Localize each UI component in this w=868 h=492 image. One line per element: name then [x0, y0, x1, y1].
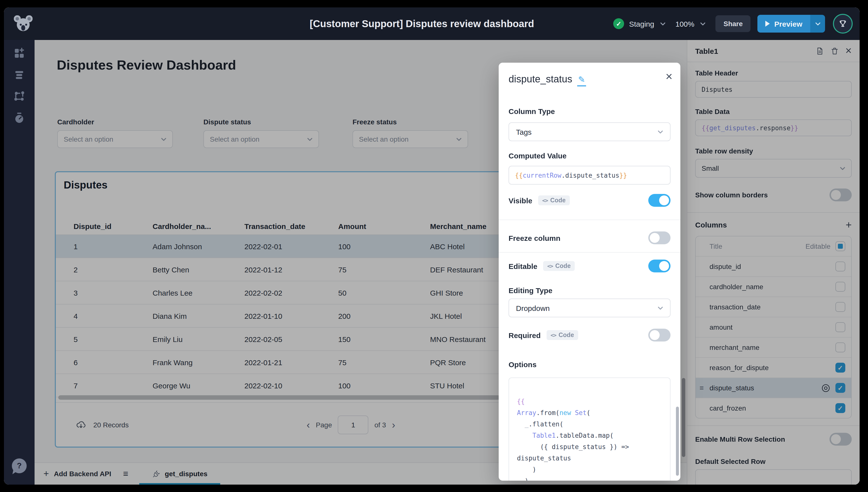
play-icon	[766, 21, 770, 27]
required-toggle[interactable]	[648, 329, 671, 342]
preview-button[interactable]: Preview	[758, 15, 825, 32]
code-token: )	[517, 466, 536, 473]
environment-selector[interactable]: Staging	[629, 20, 654, 28]
editing-type-value: Dropdown	[516, 304, 658, 312]
sidebar-workflows-icon[interactable]	[8, 85, 30, 107]
code-line: ({ dispute_status }) =>	[517, 441, 662, 452]
code-token: Set	[575, 409, 586, 417]
column-type-label: Column Type	[509, 107, 555, 116]
code-token: }}	[620, 171, 627, 179]
user-avatar[interactable]	[833, 14, 853, 33]
column-type-select[interactable]: Tags	[509, 122, 671, 141]
required-code-badge[interactable]: <>Code	[547, 330, 578, 340]
computed-value-input[interactable]: {{currentRow.dispute_status }}	[509, 166, 671, 184]
code-token: currentRow	[523, 171, 561, 179]
chevron-down-icon	[658, 306, 663, 310]
visible-toggle[interactable]	[648, 194, 671, 207]
top-bar-actions: ✓ Staging 100% Share Preview	[613, 7, 853, 40]
share-button[interactable]: Share	[716, 15, 751, 32]
visible-code-badge[interactable]: <>Code	[538, 195, 570, 205]
freeze-column-row: Freeze column	[509, 227, 671, 248]
code-line: {{	[517, 396, 662, 407]
chevron-down-icon	[658, 130, 663, 133]
code-line: _.flatten(	[517, 418, 662, 430]
close-modal-icon[interactable]: ×	[666, 71, 673, 82]
code-token: {{	[515, 171, 523, 179]
modal-title: dispute_status	[509, 74, 572, 85]
main-area: Disputes Review Dashboard CardholderSele…	[34, 40, 860, 485]
freeze-column-toggle[interactable]	[648, 231, 671, 244]
chevron-down-icon[interactable]	[700, 22, 706, 25]
code-token	[517, 432, 532, 439]
logo-nose	[21, 25, 25, 31]
options-label: Options	[509, 360, 536, 369]
code-token	[571, 409, 575, 417]
required-row: Required <>Code	[509, 325, 671, 345]
edit-pencil-icon[interactable]: ✎	[577, 75, 586, 87]
app-title: [Customer Support] Disputes review dashb…	[310, 7, 534, 40]
modal-scrollbar[interactable]	[676, 407, 679, 476]
column-settings-modal: dispute_status ✎ × Column Type Tags Comp…	[499, 63, 680, 481]
code-line: )	[517, 464, 662, 475]
column-type-value: Tags	[516, 128, 658, 136]
preview-button-main[interactable]: Preview	[758, 15, 810, 32]
preview-label: Preview	[774, 20, 802, 28]
code-line: Table1.tableData.map(	[517, 430, 662, 441]
preview-dropdown-caret[interactable]	[810, 15, 825, 32]
code-token: Array	[517, 409, 536, 417]
code-token: Table1	[532, 432, 556, 439]
code-token: .tableData.map(	[556, 432, 614, 439]
code-token: {{	[517, 398, 525, 405]
editing-type-label: Editing Type	[509, 286, 553, 295]
freeze-column-label: Freeze column	[509, 233, 560, 242]
options-code-editor[interactable]: {{Array.from(new Set( _.flatten( Table1.…	[509, 377, 671, 481]
code-token: (	[586, 409, 590, 417]
code-token: new	[559, 409, 571, 417]
top-bar: [Customer Support] Disputes review dashb…	[4, 7, 860, 40]
visible-label: Visible	[509, 196, 532, 204]
help-button[interactable]: ?	[9, 456, 29, 476]
code-line: dispute_status	[517, 452, 662, 464]
code-token: .from(	[536, 409, 559, 417]
code-token: )	[517, 477, 529, 481]
chevron-down-icon[interactable]	[660, 22, 666, 25]
zoom-level-selector[interactable]: 100%	[675, 20, 695, 28]
editable-toggle[interactable]	[648, 260, 671, 272]
code-token: .dispute_status	[561, 171, 620, 179]
code-token: _	[525, 420, 529, 428]
editable-label: Editable	[509, 262, 537, 270]
required-label: Required	[509, 331, 541, 339]
visible-row: Visible <>Code	[509, 190, 671, 211]
logo-eye	[25, 24, 27, 26]
code-line: Array.from(new Set(	[517, 407, 662, 418]
editable-row: Editable <>Code	[509, 255, 671, 276]
code-line: )	[517, 475, 662, 481]
screenshot-stage: [Customer Support] Disputes review dashb…	[0, 0, 868, 492]
trophy-icon	[838, 19, 847, 28]
code-token: dispute_status	[517, 454, 571, 462]
logo-eye	[20, 24, 22, 26]
computed-value-label: Computed Value	[509, 151, 566, 160]
sidebar-components-icon[interactable]	[8, 42, 30, 64]
sidebar-list-icon[interactable]	[8, 64, 30, 85]
code-token: .flatten(	[529, 420, 563, 428]
code-token	[517, 420, 525, 428]
sidebar-timer-icon[interactable]	[8, 107, 30, 129]
help-icon: ?	[12, 459, 27, 473]
code-token: ({ dispute_status }) =>	[517, 443, 629, 450]
modal-backdrop[interactable]	[34, 40, 860, 485]
retool-logo-icon[interactable]	[14, 14, 32, 33]
editable-code-badge[interactable]: <>Code	[544, 261, 575, 271]
environment-ok-icon: ✓	[613, 18, 624, 29]
editing-type-select[interactable]: Dropdown	[509, 299, 671, 317]
app-window: [Customer Support] Disputes review dashb…	[4, 7, 860, 485]
left-sidebar: ?	[4, 40, 34, 485]
